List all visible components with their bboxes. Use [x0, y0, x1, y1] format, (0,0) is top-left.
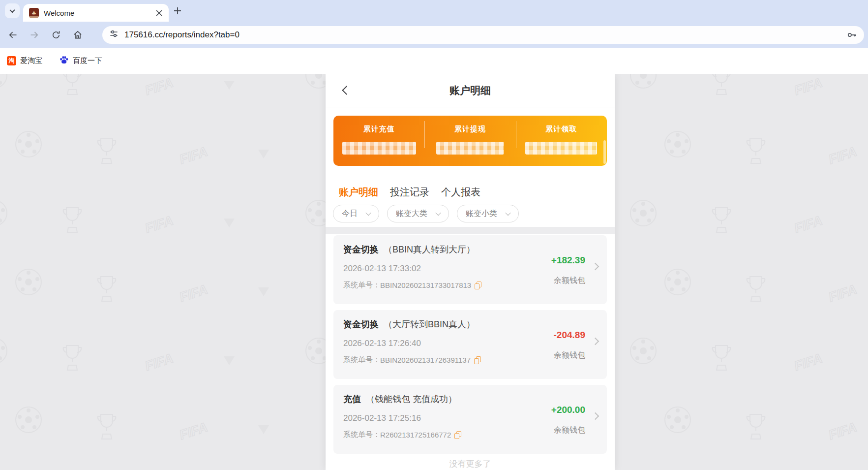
masked-value [342, 142, 416, 155]
order-number: BBIN202602131733017813 [380, 281, 471, 289]
bookmark-baidu[interactable]: 百度一下 [59, 55, 102, 66]
chevron-down-icon [505, 210, 510, 216]
pattern-stamp [664, 406, 691, 436]
copy-icon[interactable] [454, 431, 461, 439]
svg-text:FIFA: FIFA [143, 75, 175, 98]
copy-icon[interactable] [474, 356, 480, 364]
forward-icon[interactable] [30, 30, 39, 40]
stat-label: 累计充值 [333, 125, 424, 134]
tab-label: 个人报表 [441, 186, 480, 199]
pattern-stamp: FIFA [175, 137, 224, 171]
pattern-stamp: FIFA [824, 412, 868, 447]
pattern-stamp: FIFA [789, 74, 839, 102]
transaction-type: 充值 [343, 393, 361, 405]
browser-toolbar: 175616.cc/reports/index?tab=0 [0, 22, 868, 48]
pattern-stamp [258, 425, 269, 436]
page-content: FIFAFIFAFIFAFIFAFIFAFIFAFIFAFIFAFIFAFIFA… [0, 74, 868, 470]
pattern-stamp [96, 412, 118, 444]
pattern-stamp [15, 268, 42, 298]
chevron-left-icon[interactable] [342, 86, 351, 94]
transaction-amount: +200.00 [551, 405, 585, 415]
password-key-icon[interactable] [846, 30, 857, 40]
pattern-stamp: FIFA [175, 412, 224, 447]
url-text[interactable]: 175616.cc/reports/index?tab=0 [124, 30, 239, 40]
tab-label: 账户明细 [339, 186, 378, 199]
stat-total-withdraw: 累计提现 [424, 116, 515, 166]
bookmark-label: 百度一下 [73, 56, 102, 65]
pattern-stamp [61, 344, 83, 375]
svg-text:FIFA: FIFA [143, 351, 175, 374]
transaction-row[interactable]: 充值 （钱能钱包 充值成功） 2026-02-13 17:25:16 系统单号：… [333, 385, 607, 454]
filter-major-category[interactable]: 账变大类 [387, 205, 449, 222]
chevron-down-icon [365, 210, 371, 216]
pattern-stamp [664, 130, 691, 160]
pattern-stamp [711, 206, 732, 237]
transaction-subtitle: （大厅转到BBIN真人） [384, 318, 475, 330]
wallet-label: 余额钱包 [554, 350, 585, 361]
tab-account-detail[interactable]: 账户明细 [339, 186, 378, 199]
address-bar[interactable]: 175616.cc/reports/index?tab=0 [102, 26, 864, 44]
browser-tab[interactable]: ♣ Welcome [23, 4, 169, 22]
reload-icon[interactable] [51, 30, 61, 40]
tab-search-button[interactable] [5, 3, 20, 18]
transaction-type: 资金切换 [343, 244, 379, 255]
transaction-subtitle: （钱能钱包 充值成功） [366, 393, 457, 405]
svg-text:FIFA: FIFA [143, 213, 175, 236]
pattern-stamp [745, 275, 767, 306]
transaction-amount: +182.39 [551, 255, 585, 266]
svg-text:FIFA: FIFA [827, 282, 859, 305]
transaction-row[interactable]: 资金切换 （大厅转到BBIN真人） 2026-02-13 17:26:40 系统… [333, 310, 607, 379]
wallet-label: 余额钱包 [554, 276, 585, 286]
totals-card: 累计充值 累计提现 累计领取 [333, 116, 607, 166]
order-label: 系统单号： [343, 281, 380, 290]
pattern-stamp [15, 406, 42, 436]
section-divider [326, 227, 615, 234]
copy-icon[interactable] [475, 282, 481, 289]
masked-value [436, 142, 504, 155]
tab-personal-report[interactable]: 个人报表 [441, 186, 480, 199]
order-number: BBIN202602131726391137 [380, 356, 471, 364]
pattern-stamp: FIFA [140, 344, 190, 378]
pattern-stamp [258, 287, 269, 298]
svg-text:FIFA: FIFA [178, 144, 210, 167]
site-settings-icon[interactable] [109, 29, 119, 40]
svg-text:FIFA: FIFA [178, 420, 210, 443]
svg-text:FIFA: FIFA [792, 75, 824, 98]
pattern-stamp [15, 130, 42, 160]
pattern-stamp: FIFA [140, 206, 190, 240]
filter-row: 今日 账变大类 账变小类 [333, 205, 615, 222]
close-tab-icon[interactable] [155, 9, 163, 17]
pattern-stamp [629, 74, 657, 91]
pattern-stamp [224, 219, 235, 229]
svg-text:FIFA: FIFA [178, 282, 210, 305]
end-of-list-text: 没有更多了 [326, 458, 615, 470]
stat-label: 累计领取 [516, 125, 607, 134]
pattern-stamp [258, 150, 269, 160]
pattern-stamp [224, 356, 235, 367]
filter-minor-category[interactable]: 账变小类 [457, 205, 519, 222]
svg-text:FIFA: FIFA [792, 213, 824, 236]
wallet-label: 余额钱包 [554, 425, 585, 436]
filter-label: 今日 [342, 209, 358, 219]
order-label: 系统单号： [343, 430, 380, 439]
bookmarks-bar: 淘 爱淘宝 百度一下 [0, 48, 868, 74]
pattern-stamp [61, 206, 83, 237]
filter-label: 账变大类 [396, 209, 427, 219]
home-icon[interactable] [73, 30, 83, 40]
pattern-stamp [745, 137, 767, 168]
tab-bet-records[interactable]: 投注记录 [390, 186, 429, 199]
chevron-down-icon [435, 210, 441, 216]
pattern-stamp [96, 137, 118, 168]
back-icon[interactable] [8, 30, 18, 40]
browser-tab-strip: ♣ Welcome [0, 0, 868, 22]
site-favicon: ♣ [29, 8, 39, 18]
chevron-down-icon [9, 7, 15, 13]
new-tab-icon[interactable] [173, 6, 182, 15]
pattern-stamp [224, 81, 235, 92]
stat-total-claimed: 累计领取 [516, 116, 607, 166]
filter-date[interactable]: 今日 [333, 205, 379, 222]
bookmark-aitaobao[interactable]: 淘 爱淘宝 [7, 56, 42, 65]
transaction-list: 资金切换 （BBIN真人转到大厅） 2026-02-13 17:33:02 系统… [326, 234, 615, 454]
transaction-subtitle: （BBIN真人转到大厅） [384, 244, 475, 255]
transaction-row[interactable]: 资金切换 （BBIN真人转到大厅） 2026-02-13 17:33:02 系统… [333, 235, 607, 304]
